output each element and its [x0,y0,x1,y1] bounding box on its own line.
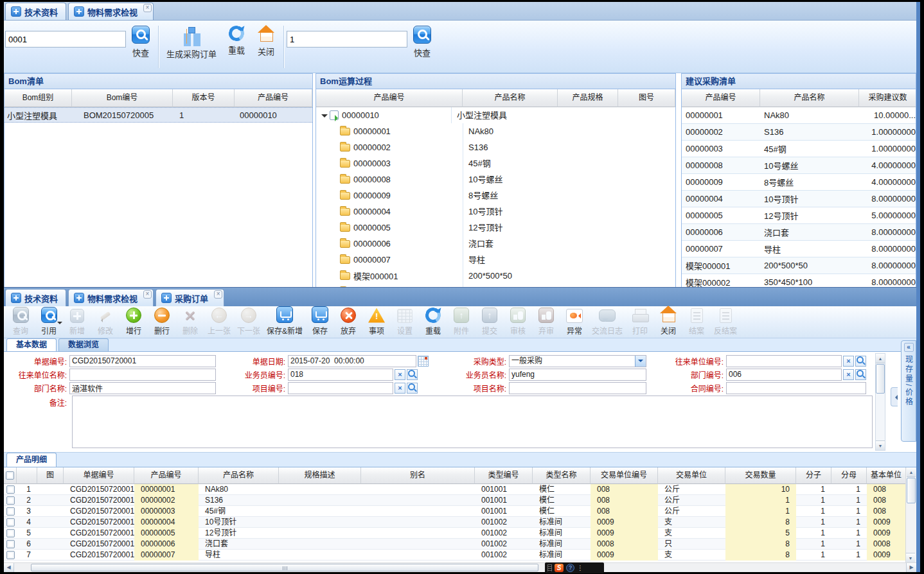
toolbar-button[interactable]: 新增 [63,308,91,337]
col-product-code[interactable]: 产品编号 [134,467,199,484]
toolbar-button[interactable]: 反结案 [711,308,740,337]
menu-icon[interactable]: ⋮ [577,564,583,572]
scroll-up-icon[interactable]: ▲ [876,354,885,363]
remark-input[interactable] [72,396,873,448]
project-no-input[interactable] [288,382,393,394]
salesman-no-input[interactable] [288,369,393,381]
lookup-icon[interactable] [855,369,866,380]
col-product-code[interactable]: 产品编号 [682,89,760,107]
toolbar-button[interactable]: 交流日志 [589,308,626,337]
tree-row[interactable]: 00000002 S136 [316,139,675,155]
col-product-code[interactable]: 产品编号 [316,89,463,107]
col-product-name[interactable]: 产品名称 [463,89,558,107]
clear-icon[interactable]: × [395,383,405,394]
col-version[interactable]: 版本号 [173,89,235,107]
table-row[interactable]: 4 CGD20150720001 00000004 10号顶针 001002 标… [4,517,905,528]
col-denominator[interactable]: 分母 [831,467,867,484]
clear-icon[interactable]: × [843,369,854,380]
col-product-name[interactable]: 产品名称 [760,89,859,107]
tree-row[interactable]: 00000004 10号顶针 [316,204,675,220]
table-row[interactable]: 7 CGD20150720001 00000007 导柱 001002 标准间 … [4,550,905,561]
col-product-name[interactable]: 产品名称 [199,467,279,484]
table-row[interactable]: 1 CGD20150720001 00000001 NAk80 001001 模… [4,484,905,495]
reload-button[interactable]: 重载 [222,24,251,57]
col-numerator[interactable]: 分子 [796,467,831,484]
tree-row[interactable]: 00000010 小型注塑模具 [316,107,675,123]
clear-icon[interactable]: × [395,369,405,380]
scrollbar-thumb[interactable] [907,478,916,503]
col-suggest-qty[interactable]: 采购建议数 [859,89,916,107]
tab-tech-docs[interactable]: 技术资料 [5,3,66,20]
suggest-row[interactable]: 00000005 12号顶针 5.00000000 [682,207,916,224]
scroll-up-icon[interactable]: ▲ [907,467,916,477]
suggest-row[interactable]: 00000009 8号螺丝 4.00000000 [682,174,916,191]
tab-data-browse[interactable]: 数据浏览 [58,338,109,351]
scroll-down-icon[interactable]: ▼ [876,440,885,450]
toolbar-button[interactable]: 增行 [120,308,148,337]
toolbar-button[interactable]: 提交 [475,308,504,337]
col-type-code[interactable]: 类型编号 [475,467,533,484]
help-icon[interactable]: ? [566,564,574,572]
toolbar-button[interactable]: 修改 [91,308,120,337]
col-product-code[interactable]: 产品编号 [235,89,312,107]
col-type-name[interactable]: 类型名称 [533,467,591,484]
toolbar-button[interactable]: 关闭 [654,308,682,337]
suggest-row[interactable]: 00000004 10号顶针 8.00000000 [682,191,916,207]
col-qty[interactable]: 交易数量 [725,467,796,484]
scrollbar-thumb[interactable] [876,364,885,394]
tree-row[interactable]: 00000001 NAk80 [316,123,675,139]
scroll-left-icon[interactable]: ◀ [4,563,14,572]
form-scrollbar[interactable]: ▲ ▼ [875,353,885,451]
tree-row[interactable]: 00000006 浇口套 [316,236,675,252]
col-figure-no[interactable]: 图号 [618,89,675,107]
col-bom-code[interactable]: Bom编号 [72,89,173,107]
select-all-checkbox[interactable] [6,471,14,480]
col-spec[interactable]: 规格描述 [279,467,361,484]
collapse-left-icon[interactable]: « [904,343,914,352]
suggest-row[interactable]: 00000008 10号螺丝 4.00000000 [682,157,916,174]
suggest-row[interactable]: 模架000001 200*500*50 8.00000000 [682,257,916,274]
suggest-row[interactable]: 00000006 浇口套 8.00000000 [682,224,916,241]
row-checkbox[interactable] [6,529,15,537]
close-icon[interactable]: × [143,4,152,12]
scroll-down-icon[interactable]: ▼ [906,553,915,562]
dept-name-input[interactable] [69,382,216,394]
suggest-row[interactable]: 00000002 S136 1.00000000 [682,124,916,141]
panel-collapse-handle[interactable] [891,387,898,406]
tab-basic-data[interactable]: 基本数据 [6,338,57,351]
col-product-spec[interactable]: 产品规格 [558,89,618,107]
col-doc-no[interactable]: 单据编号 [64,467,134,484]
toolbar-button[interactable]: 保存 [306,308,334,337]
toolbar-button[interactable]: 异常 [560,308,589,337]
col-unit[interactable]: 交易单位 [658,467,725,484]
col-alias[interactable]: 别名 [361,467,475,484]
tree-row[interactable]: 00000009 8号螺丝 [316,187,675,204]
generate-po-button[interactable]: 生成采购订单 [161,24,222,61]
close-icon[interactable]: × [214,290,222,299]
toolbar-button[interactable]: 删除 [176,308,204,337]
doc-no-input[interactable] [69,355,216,367]
col-base-unit[interactable]: 基本单位 [867,467,905,484]
toolbar-button[interactable]: 下一张 [234,308,263,337]
col-bom-group[interactable]: Bom组别 [4,89,72,107]
toolbar-button[interactable]: 打印 [626,308,654,337]
tree-row[interactable]: 00000003 45#钢 [316,155,675,171]
contract-no-input[interactable] [726,382,866,394]
tree-row[interactable]: 00000005 12号顶针 [316,220,675,236]
row-checkbox[interactable] [6,551,15,559]
row-checkbox[interactable] [6,518,15,526]
ime-logo-icon[interactable]: S [555,564,564,572]
suggest-row[interactable]: 00000001 NAk80 10.00000... [682,107,916,124]
suggest-row[interactable]: 00000003 45#钢 1.00000000 [682,141,916,157]
quick-search-button-2[interactable]: 快查 [407,24,437,60]
toolbar-button[interactable]: 设置 [391,308,419,337]
row-checkbox[interactable] [6,485,15,494]
lookup-icon[interactable] [407,369,418,380]
tree-row[interactable]: 00000007 导柱 [316,252,675,268]
row-checkbox[interactable] [6,496,15,505]
quick-search-input-2[interactable] [287,31,407,48]
toolbar-button[interactable]: 结案 [682,308,711,337]
tab-tech-docs[interactable]: 技术资料 [5,289,66,306]
project-name-input[interactable] [509,382,646,394]
stock-price-side-tab[interactable]: « 现存量/价格 [901,340,916,442]
